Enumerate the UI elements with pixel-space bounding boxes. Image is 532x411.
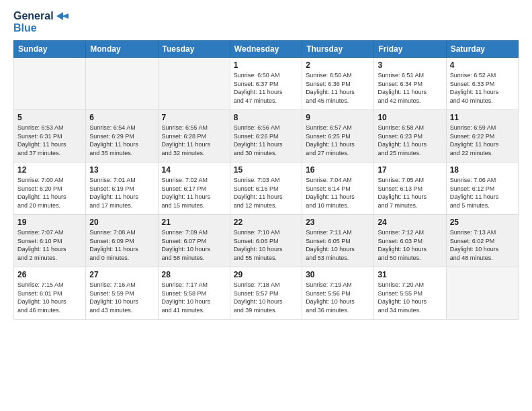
calendar-cell: 31Sunrise: 7:20 AM Sunset: 5:55 PM Dayli… <box>374 267 446 320</box>
day-info: Sunrise: 6:51 AM Sunset: 6:34 PM Dayligh… <box>378 71 442 105</box>
calendar-cell: 5Sunrise: 6:53 AM Sunset: 6:31 PM Daylig… <box>14 110 86 163</box>
day-number: 26 <box>17 270 82 279</box>
day-info: Sunrise: 7:07 AM Sunset: 6:10 PM Dayligh… <box>17 228 82 262</box>
day-number: 29 <box>234 270 298 279</box>
calendar-cell: 30Sunrise: 7:19 AM Sunset: 5:56 PM Dayli… <box>302 267 374 320</box>
day-number: 20 <box>89 218 154 227</box>
week-row-1: 1Sunrise: 6:50 AM Sunset: 6:37 PM Daylig… <box>14 58 519 110</box>
calendar-cell: 26Sunrise: 7:15 AM Sunset: 6:01 PM Dayli… <box>14 267 86 320</box>
logo-general: General <box>13 10 54 22</box>
day-number: 28 <box>162 270 226 279</box>
day-number: 10 <box>378 113 442 122</box>
calendar-cell: 20Sunrise: 7:08 AM Sunset: 6:09 PM Dayli… <box>86 215 158 267</box>
calendar-cell: 16Sunrise: 7:04 AM Sunset: 6:14 PM Dayli… <box>302 163 374 215</box>
calendar-cell: 4Sunrise: 6:52 AM Sunset: 6:33 PM Daylig… <box>446 58 518 110</box>
calendar-cell: 6Sunrise: 6:54 AM Sunset: 6:29 PM Daylig… <box>86 110 158 163</box>
day-number: 1 <box>234 60 298 70</box>
logo-blue: Blue <box>13 22 69 34</box>
calendar-cell: 2Sunrise: 6:50 AM Sunset: 6:36 PM Daylig… <box>302 58 374 110</box>
week-row-4: 19Sunrise: 7:07 AM Sunset: 6:10 PM Dayli… <box>14 215 519 267</box>
week-row-2: 5Sunrise: 6:53 AM Sunset: 6:31 PM Daylig… <box>14 110 519 163</box>
col-header-wednesday: Wednesday <box>230 41 302 58</box>
calendar-cell: 3Sunrise: 6:51 AM Sunset: 6:34 PM Daylig… <box>374 58 446 110</box>
day-info: Sunrise: 7:11 AM Sunset: 6:05 PM Dayligh… <box>306 228 370 262</box>
calendar-cell <box>446 267 518 320</box>
day-info: Sunrise: 6:59 AM Sunset: 6:22 PM Dayligh… <box>450 124 515 157</box>
day-number: 5 <box>17 113 82 122</box>
col-header-sunday: Sunday <box>14 41 86 58</box>
col-header-tuesday: Tuesday <box>158 41 230 58</box>
col-header-saturday: Saturday <box>446 41 518 58</box>
calendar-cell: 10Sunrise: 6:58 AM Sunset: 6:23 PM Dayli… <box>374 110 446 163</box>
day-info: Sunrise: 7:10 AM Sunset: 6:06 PM Dayligh… <box>234 228 298 262</box>
day-info: Sunrise: 7:03 AM Sunset: 6:16 PM Dayligh… <box>234 176 298 210</box>
day-info: Sunrise: 7:00 AM Sunset: 6:20 PM Dayligh… <box>17 176 82 210</box>
day-number: 4 <box>450 60 515 70</box>
day-info: Sunrise: 6:53 AM Sunset: 6:31 PM Dayligh… <box>17 124 82 157</box>
day-info: Sunrise: 6:55 AM Sunset: 6:28 PM Dayligh… <box>162 124 226 157</box>
calendar-cell: 21Sunrise: 7:09 AM Sunset: 6:07 PM Dayli… <box>158 215 230 267</box>
logo: General Blue <box>13 10 69 34</box>
day-info: Sunrise: 7:16 AM Sunset: 5:59 PM Dayligh… <box>89 281 154 314</box>
calendar-cell: 25Sunrise: 7:13 AM Sunset: 6:02 PM Dayli… <box>446 215 518 267</box>
calendar-cell: 12Sunrise: 7:00 AM Sunset: 6:20 PM Dayli… <box>14 163 86 215</box>
day-number: 17 <box>378 165 442 175</box>
day-info: Sunrise: 7:09 AM Sunset: 6:07 PM Dayligh… <box>162 228 226 262</box>
calendar-cell: 19Sunrise: 7:07 AM Sunset: 6:10 PM Dayli… <box>14 215 86 267</box>
day-number: 8 <box>234 113 298 122</box>
calendar-cell: 7Sunrise: 6:55 AM Sunset: 6:28 PM Daylig… <box>158 110 230 163</box>
day-number: 12 <box>17 165 82 175</box>
day-number: 31 <box>378 270 442 279</box>
day-info: Sunrise: 6:58 AM Sunset: 6:23 PM Dayligh… <box>378 124 442 157</box>
calendar-cell: 8Sunrise: 6:56 AM Sunset: 6:26 PM Daylig… <box>230 110 302 163</box>
calendar-cell <box>158 58 230 110</box>
day-number: 18 <box>450 165 515 175</box>
calendar-cell: 17Sunrise: 7:05 AM Sunset: 6:13 PM Dayli… <box>374 163 446 215</box>
calendar-cell <box>86 58 158 110</box>
day-number: 15 <box>234 165 298 175</box>
calendar-cell: 13Sunrise: 7:01 AM Sunset: 6:19 PM Dayli… <box>86 163 158 215</box>
day-number: 23 <box>306 218 370 227</box>
col-header-friday: Friday <box>374 41 446 58</box>
week-row-5: 26Sunrise: 7:15 AM Sunset: 6:01 PM Dayli… <box>14 267 519 320</box>
day-number: 14 <box>162 165 226 175</box>
calendar-table: SundayMondayTuesdayWednesdayThursdayFrid… <box>13 40 519 320</box>
calendar-cell: 28Sunrise: 7:17 AM Sunset: 5:58 PM Dayli… <box>158 267 230 320</box>
day-number: 9 <box>306 113 370 122</box>
day-number: 16 <box>306 165 370 175</box>
header: General Blue <box>13 10 519 34</box>
day-info: Sunrise: 7:04 AM Sunset: 6:14 PM Dayligh… <box>306 176 370 210</box>
day-number: 24 <box>378 218 442 227</box>
col-header-monday: Monday <box>86 41 158 58</box>
day-number: 25 <box>450 218 515 227</box>
calendar-cell: 18Sunrise: 7:06 AM Sunset: 6:12 PM Dayli… <box>446 163 518 215</box>
day-info: Sunrise: 7:15 AM Sunset: 6:01 PM Dayligh… <box>17 281 82 314</box>
day-number: 6 <box>89 113 154 122</box>
day-info: Sunrise: 7:18 AM Sunset: 5:57 PM Dayligh… <box>234 281 298 314</box>
day-info: Sunrise: 6:50 AM Sunset: 6:37 PM Dayligh… <box>234 71 298 105</box>
day-number: 7 <box>162 113 226 122</box>
calendar-cell: 22Sunrise: 7:10 AM Sunset: 6:06 PM Dayli… <box>230 215 302 267</box>
calendar-cell: 9Sunrise: 6:57 AM Sunset: 6:25 PM Daylig… <box>302 110 374 163</box>
day-info: Sunrise: 7:08 AM Sunset: 6:09 PM Dayligh… <box>89 228 154 262</box>
day-info: Sunrise: 7:12 AM Sunset: 6:03 PM Dayligh… <box>378 228 442 262</box>
day-number: 27 <box>89 270 154 279</box>
day-info: Sunrise: 6:52 AM Sunset: 6:33 PM Dayligh… <box>450 71 515 105</box>
day-number: 3 <box>378 60 442 70</box>
day-info: Sunrise: 6:50 AM Sunset: 6:36 PM Dayligh… <box>306 71 370 105</box>
calendar-header-row: SundayMondayTuesdayWednesdayThursdayFrid… <box>14 41 519 58</box>
logo-bird-icon <box>55 11 69 21</box>
day-info: Sunrise: 7:17 AM Sunset: 5:58 PM Dayligh… <box>162 281 226 314</box>
calendar-cell <box>14 58 86 110</box>
calendar-cell: 23Sunrise: 7:11 AM Sunset: 6:05 PM Dayli… <box>302 215 374 267</box>
calendar-cell: 1Sunrise: 6:50 AM Sunset: 6:37 PM Daylig… <box>230 58 302 110</box>
calendar-cell: 29Sunrise: 7:18 AM Sunset: 5:57 PM Dayli… <box>230 267 302 320</box>
day-number: 2 <box>306 60 370 70</box>
page: General Blue SundayMondayTuesdayWednesda… <box>0 0 532 411</box>
day-info: Sunrise: 7:02 AM Sunset: 6:17 PM Dayligh… <box>162 176 226 210</box>
calendar-cell: 11Sunrise: 6:59 AM Sunset: 6:22 PM Dayli… <box>446 110 518 163</box>
calendar-cell: 27Sunrise: 7:16 AM Sunset: 5:59 PM Dayli… <box>86 267 158 320</box>
calendar-cell: 15Sunrise: 7:03 AM Sunset: 6:16 PM Dayli… <box>230 163 302 215</box>
day-info: Sunrise: 7:01 AM Sunset: 6:19 PM Dayligh… <box>89 176 154 210</box>
col-header-thursday: Thursday <box>302 41 374 58</box>
